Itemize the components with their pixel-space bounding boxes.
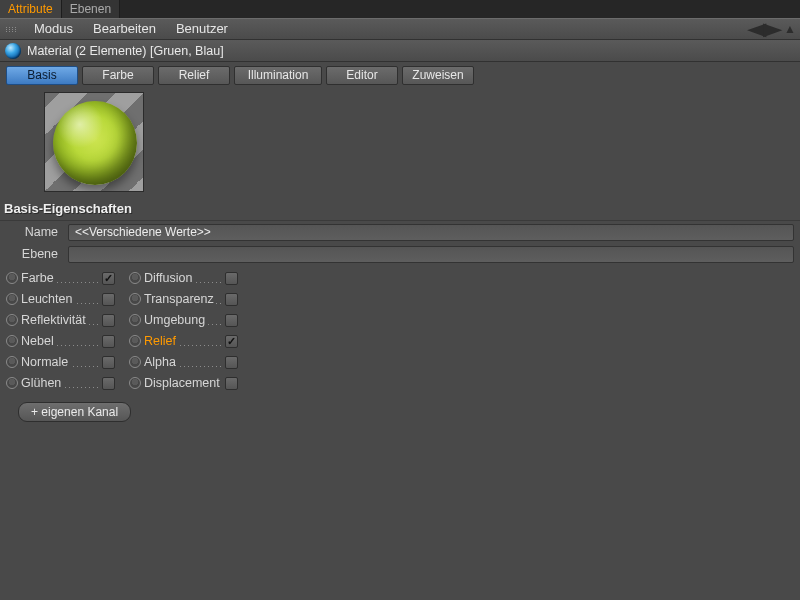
row-name: Name <<Verschiedene Werte>> xyxy=(0,221,800,243)
menu-benutzer[interactable]: Benutzer xyxy=(166,18,238,40)
channel-radio[interactable] xyxy=(129,293,141,305)
channel-row-glühen: Glühen xyxy=(6,374,115,392)
add-channel-button[interactable]: + eigenen Kanal xyxy=(18,402,131,422)
channel-radio[interactable] xyxy=(129,272,141,284)
channel-checkbox[interactable] xyxy=(225,314,238,327)
subtab-basis[interactable]: Basis xyxy=(6,66,78,85)
material-preview[interactable] xyxy=(44,92,144,192)
channel-checkbox[interactable] xyxy=(102,314,115,327)
channel-label[interactable]: Alpha xyxy=(144,355,224,369)
channel-checkbox[interactable] xyxy=(225,272,238,285)
channel-column-2: DiffusionTransparenzUmgebungReliefAlphaD… xyxy=(129,269,238,392)
channel-label[interactable]: Reflektivität xyxy=(21,313,101,327)
preview-area xyxy=(0,88,800,198)
channel-checkbox[interactable] xyxy=(225,356,238,369)
channel-checkbox[interactable] xyxy=(102,356,115,369)
channel-grid: FarbeLeuchtenReflektivitätNebelNormaleGl… xyxy=(0,265,800,400)
menu-bearbeiten[interactable]: Bearbeiten xyxy=(83,18,166,40)
material-subtabs: Basis Farbe Relief Illumination Editor Z… xyxy=(0,62,800,88)
preview-sphere-icon xyxy=(53,101,137,185)
row-ebene: Ebene xyxy=(0,243,800,265)
channel-row-diffusion: Diffusion xyxy=(129,269,238,287)
material-sphere-icon xyxy=(5,43,21,59)
subtab-editor[interactable]: Editor xyxy=(326,66,398,85)
channel-checkbox[interactable] xyxy=(102,335,115,348)
channel-checkbox[interactable] xyxy=(225,335,238,348)
channel-checkbox[interactable] xyxy=(102,272,115,285)
tab-attribute[interactable]: Attribute xyxy=(0,0,62,18)
channel-radio[interactable] xyxy=(129,356,141,368)
channel-label[interactable]: Glühen xyxy=(21,376,101,390)
channel-checkbox[interactable] xyxy=(225,377,238,390)
nav-up-icon[interactable]: ▲ xyxy=(784,23,796,35)
subtab-farbe[interactable]: Farbe xyxy=(82,66,154,85)
channel-radio[interactable] xyxy=(6,356,18,368)
channel-radio[interactable] xyxy=(6,377,18,389)
name-label: Name xyxy=(6,225,62,239)
channel-label[interactable]: Farbe xyxy=(21,271,101,285)
channel-radio[interactable] xyxy=(6,314,18,326)
menu-bar: Modus Bearbeiten Benutzer ◀ ▶ ▲ xyxy=(0,18,800,40)
material-header: Material (2 Elemente) [Gruen, Blau] xyxy=(0,40,800,62)
channel-label[interactable]: Nebel xyxy=(21,334,101,348)
channel-label[interactable]: Leuchten xyxy=(21,292,101,306)
menu-modus[interactable]: Modus xyxy=(24,18,83,40)
channel-label[interactable]: Diffusion xyxy=(144,271,224,285)
channel-row-transparenz: Transparenz xyxy=(129,290,238,308)
channel-radio[interactable] xyxy=(6,335,18,347)
subtab-relief[interactable]: Relief xyxy=(158,66,230,85)
channel-label[interactable]: Displacement xyxy=(144,376,224,390)
name-field[interactable]: <<Verschiedene Werte>> xyxy=(68,224,794,241)
channel-radio[interactable] xyxy=(6,272,18,284)
history-nav: ◀ ▶ ▲ xyxy=(750,20,800,38)
ebene-label: Ebene xyxy=(6,247,62,261)
channel-row-farbe: Farbe xyxy=(6,269,115,287)
channel-label[interactable]: Normale xyxy=(21,355,101,369)
channel-row-normale: Normale xyxy=(6,353,115,371)
channel-row-umgebung: Umgebung xyxy=(129,311,238,329)
channel-radio[interactable] xyxy=(129,314,141,326)
channel-row-relief: Relief xyxy=(129,332,238,350)
tab-ebenen[interactable]: Ebenen xyxy=(62,0,120,18)
drag-grip-icon[interactable] xyxy=(4,25,18,34)
channel-radio[interactable] xyxy=(129,335,141,347)
channel-checkbox[interactable] xyxy=(225,293,238,306)
channel-label[interactable]: Transparenz xyxy=(144,292,224,306)
subtab-zuweisen[interactable]: Zuweisen xyxy=(402,66,474,85)
material-title: Material (2 Elemente) [Gruen, Blau] xyxy=(27,44,224,58)
channel-row-alpha: Alpha xyxy=(129,353,238,371)
channel-row-leuchten: Leuchten xyxy=(6,290,115,308)
channel-checkbox[interactable] xyxy=(102,377,115,390)
nav-forward-icon[interactable]: ▶ xyxy=(763,20,783,38)
channel-radio[interactable] xyxy=(6,293,18,305)
channel-label[interactable]: Umgebung xyxy=(144,313,224,327)
channel-column-1: FarbeLeuchtenReflektivitätNebelNormaleGl… xyxy=(6,269,115,392)
ebene-field[interactable] xyxy=(68,246,794,263)
subtab-illumination[interactable]: Illumination xyxy=(234,66,322,85)
channel-row-displacement: Displacement xyxy=(129,374,238,392)
channel-label[interactable]: Relief xyxy=(144,334,224,348)
channel-row-reflektivität: Reflektivität xyxy=(6,311,115,329)
channel-checkbox[interactable] xyxy=(102,293,115,306)
channel-radio[interactable] xyxy=(129,377,141,389)
channel-row-nebel: Nebel xyxy=(6,332,115,350)
panel-tabs: Attribute Ebenen xyxy=(0,0,800,18)
section-title: Basis-Eigenschaften xyxy=(0,198,800,221)
